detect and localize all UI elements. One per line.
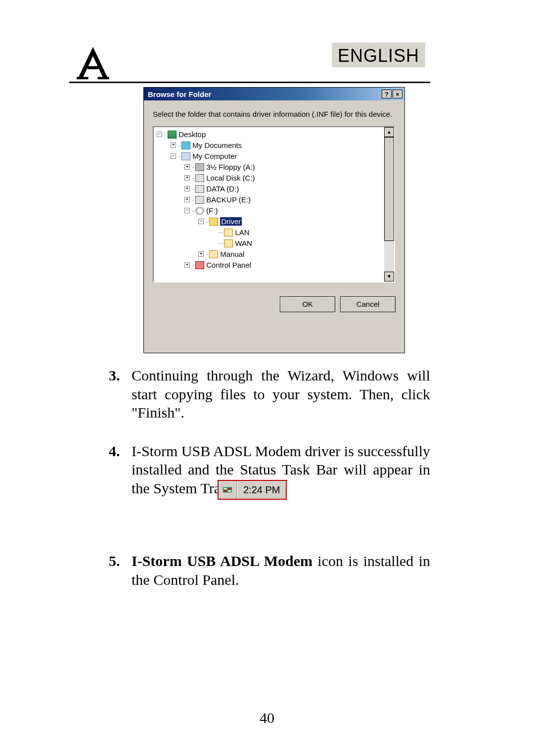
svg-rect-0 xyxy=(88,66,98,69)
tree-connector: ·· xyxy=(192,174,194,182)
tree-label: DATA (D:) xyxy=(206,185,239,193)
step-text: I-Storm USB ADSL Modem icon is installed… xyxy=(132,552,430,589)
spacer xyxy=(109,517,430,552)
tree-label: WAN xyxy=(235,239,252,247)
tree-connector: ·· xyxy=(192,163,194,171)
language-tab: ENGLISH xyxy=(332,43,425,67)
modem-status-icon xyxy=(219,481,237,499)
folder-tree-viewport: − ·· Desktop + ·· My Documents − ·· xyxy=(154,127,384,282)
tree-connector: ·· xyxy=(192,261,194,269)
tree-item-control-panel[interactable]: + ·· Control Panel xyxy=(157,260,381,271)
scroll-track[interactable] xyxy=(384,137,394,272)
control-panel-icon xyxy=(195,261,204,269)
collapse-icon[interactable]: − xyxy=(171,153,176,159)
tree-label: My Computer xyxy=(192,152,237,160)
list-item: 3. Continuing through the Wizard, Window… xyxy=(109,366,430,422)
tree-label: Desktop xyxy=(178,130,206,139)
step-text: Continuing through the Wizard, Windows w… xyxy=(132,366,430,422)
tree-item-driver[interactable]: − ·· Driver xyxy=(157,216,381,227)
tree-connector: ···· xyxy=(218,239,223,247)
header-divider xyxy=(69,82,430,83)
expand-icon[interactable]: + xyxy=(184,186,190,191)
vertical-scrollbar[interactable]: ▲ ▼ xyxy=(384,127,394,282)
computer-icon xyxy=(181,152,190,160)
ok-button[interactable]: OK xyxy=(280,296,335,312)
cancel-button[interactable]: Cancel xyxy=(340,296,396,312)
documents-icon xyxy=(181,142,190,149)
disk-icon xyxy=(195,196,204,204)
tree-item-my-computer[interactable]: − ·· My Computer xyxy=(157,151,381,162)
system-tray: 2:24 PM xyxy=(218,480,287,500)
page: ENGLISH Browse for Folder ? × Select the… xyxy=(0,0,534,756)
expand-icon[interactable]: + xyxy=(184,262,190,268)
tree-label: BACKUP (E:) xyxy=(206,195,251,204)
page-number: 40 xyxy=(0,709,534,726)
tree-label: (F:) xyxy=(206,206,218,215)
collapse-icon[interactable]: − xyxy=(184,208,190,213)
expand-icon[interactable]: + xyxy=(198,251,204,257)
tree-item-drive-f[interactable]: − ·· (F:) xyxy=(157,205,381,216)
tree-connector: ···· xyxy=(218,229,223,236)
expand-icon[interactable]: + xyxy=(171,142,176,148)
step-number: 3. xyxy=(109,366,132,422)
collapse-icon[interactable]: − xyxy=(198,219,204,224)
disk-icon xyxy=(195,185,204,193)
tree-label: Control Panel xyxy=(206,261,251,269)
step-number: 4. xyxy=(109,442,132,498)
dialog-title: Browse for Folder xyxy=(148,90,381,98)
tree-item-data-d[interactable]: + ·· DATA (D:) xyxy=(157,184,381,194)
cd-icon xyxy=(195,207,204,215)
tree-label-selected: Driver xyxy=(220,217,242,226)
tree-connector: ·· xyxy=(192,196,194,203)
help-button[interactable]: ? xyxy=(382,90,392,98)
tray-clock: 2:24 PM xyxy=(237,481,286,499)
tree-connector: ·· xyxy=(206,218,208,225)
tree-connector: ·· xyxy=(164,131,167,138)
scroll-thumb[interactable] xyxy=(384,137,394,241)
floppy-icon xyxy=(195,163,204,171)
collapse-icon[interactable]: − xyxy=(157,132,162,137)
browse-for-folder-dialog: Browse for Folder ? × Select the folder … xyxy=(143,87,405,353)
tree-item-my-documents[interactable]: + ·· My Documents xyxy=(157,140,381,151)
desktop-icon xyxy=(168,131,177,139)
tree-connector: ·· xyxy=(206,250,208,258)
tree-label: My Documents xyxy=(192,141,242,149)
svg-rect-3 xyxy=(223,487,232,493)
expand-icon[interactable]: + xyxy=(184,164,190,170)
expand-icon[interactable]: + xyxy=(184,197,190,202)
tree-label: 3½ Floppy (A:) xyxy=(206,163,255,171)
tree-label: Local Disk (C:) xyxy=(206,174,255,182)
svg-rect-1 xyxy=(77,77,88,80)
step-text-bold: I-Storm USB ADSL Modem xyxy=(132,553,312,569)
folder-icon xyxy=(209,250,218,258)
tree-item-wan[interactable]: ···· WAN xyxy=(157,238,381,249)
dialog-body: Select the folder that contains driver i… xyxy=(144,100,404,319)
tree-item-desktop[interactable]: − ·· Desktop xyxy=(157,129,381,140)
close-button[interactable]: × xyxy=(393,90,402,98)
tree-item-lan[interactable]: ···· LAN xyxy=(157,227,381,238)
tree-item-local-disk[interactable]: + ·· Local Disk (C:) xyxy=(157,173,381,184)
svg-rect-6 xyxy=(224,490,227,492)
step-number: 5. xyxy=(109,552,132,589)
folder-open-icon xyxy=(209,218,218,226)
tree-label: LAN xyxy=(235,228,249,236)
tree-item-floppy[interactable]: + ·· 3½ Floppy (A:) xyxy=(157,162,381,173)
tree-item-manual[interactable]: + ·· Manual xyxy=(157,249,381,260)
expand-icon[interactable]: + xyxy=(184,175,190,181)
svg-rect-7 xyxy=(228,490,231,492)
scroll-up-button[interactable]: ▲ xyxy=(384,127,394,137)
folder-icon xyxy=(224,229,233,236)
scroll-down-button[interactable]: ▼ xyxy=(384,272,394,282)
tree-label: Manual xyxy=(220,250,244,258)
folder-tree[interactable]: − ·· Desktop + ·· My Documents − ·· xyxy=(153,126,395,283)
disk-icon xyxy=(195,174,204,182)
dialog-button-row: OK Cancel xyxy=(153,296,397,312)
svg-rect-5 xyxy=(228,488,231,489)
folder-icon xyxy=(224,239,233,247)
tree-item-backup-e[interactable]: + ·· BACKUP (E:) xyxy=(157,194,381,205)
svg-rect-4 xyxy=(224,488,227,489)
tree-connector: ·· xyxy=(192,207,194,214)
tree-connector: ·· xyxy=(178,142,180,149)
list-item: 5. I-Storm USB ADSL Modem icon is instal… xyxy=(109,552,430,589)
brand-logo-icon xyxy=(73,45,113,83)
